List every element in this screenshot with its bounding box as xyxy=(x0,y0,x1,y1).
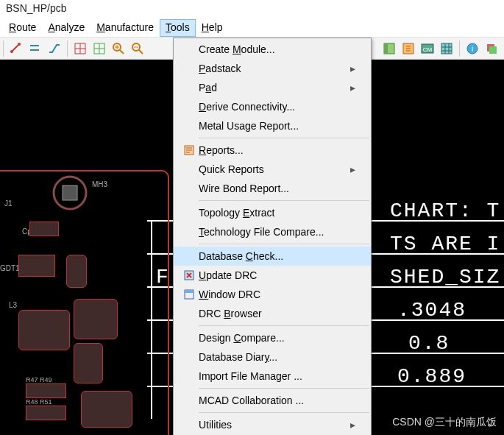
svg-text:CM: CM xyxy=(423,46,433,53)
menu-manufacture[interactable]: Manufacture xyxy=(90,19,160,37)
canvas-text-row2: TS ARE I xyxy=(390,233,500,255)
svg-rect-7 xyxy=(384,43,388,54)
menu-database-check[interactable]: Database Check... xyxy=(174,247,371,266)
tool-zoom-out-icon[interactable] xyxy=(129,40,146,57)
tools-dropdown: Create Module... Padstack▸ Pad▸ Derive C… xyxy=(173,38,372,435)
tool-cm-icon[interactable]: CM xyxy=(419,40,436,57)
menu-bar: Route Analyze Manufacture Tools Help xyxy=(0,19,504,38)
tool-diff-pair-icon[interactable] xyxy=(27,40,43,57)
menu-padstack[interactable]: Padstack▸ xyxy=(174,59,371,78)
tool-panel1-icon[interactable] xyxy=(381,40,397,57)
window-drc-icon xyxy=(180,286,199,303)
canvas-text-row1: CHART: T xyxy=(390,199,500,222)
tool-layers-icon[interactable] xyxy=(483,40,500,57)
tool-panel2-icon[interactable] xyxy=(400,40,416,57)
svg-point-0 xyxy=(10,50,13,53)
svg-text:i: i xyxy=(472,45,473,53)
menu-create-module[interactable]: Create Module... xyxy=(174,40,371,59)
canvas-text-row5: 0.8 xyxy=(408,332,450,355)
canvas-text-row6: 0.889 xyxy=(397,365,466,388)
canvas-text-row4: .3048 xyxy=(397,299,466,322)
menu-tools[interactable]: Tools xyxy=(160,19,196,37)
label-gdt1: GDT1 xyxy=(0,264,20,272)
menu-wire-bond-report[interactable]: Wire Bond Report... xyxy=(174,179,371,198)
menu-quick-reports[interactable]: Quick Reports▸ xyxy=(174,160,371,179)
menu-import-file-manager[interactable]: Import File Manager ... xyxy=(174,367,371,386)
svg-point-1 xyxy=(18,43,21,46)
menu-derive-connectivity[interactable]: Derive Connectivity... xyxy=(174,97,371,116)
menu-reports[interactable]: Reports... xyxy=(174,141,371,160)
menu-mcad-collaboration[interactable]: MCAD Collaboration ... xyxy=(174,391,371,410)
menu-tech-file-compare[interactable]: Technology File Compare... xyxy=(174,222,371,241)
menu-help[interactable]: Help xyxy=(196,19,229,37)
menu-database-diary[interactable]: Database Diary... xyxy=(174,347,371,367)
tool-table-icon[interactable] xyxy=(439,40,455,57)
label-r47: R47 R49 xyxy=(26,376,52,383)
label-mh3: MH3 xyxy=(92,180,107,188)
pcb-artwork: MH3 J1 Cp GDT1 L3 R47 R49 R48 R51 xyxy=(0,170,191,435)
tool-info-icon[interactable]: i xyxy=(464,40,480,57)
label-r48: R48 R51 xyxy=(26,398,52,406)
update-drc-icon xyxy=(180,267,199,283)
menu-route[interactable]: Route xyxy=(3,19,42,37)
window-title: BSN_HP/pcb xyxy=(0,0,504,19)
svg-rect-15 xyxy=(489,46,497,54)
menu-topology-extract[interactable]: Topology Extract xyxy=(174,203,371,222)
menu-metal-usage[interactable]: Metal Usage Report... xyxy=(174,116,371,135)
reports-icon xyxy=(180,142,199,158)
menu-drc-browser[interactable]: DRC Browser xyxy=(174,304,371,323)
tool-route-icon[interactable] xyxy=(46,40,63,57)
menu-update-drc[interactable]: Update DRC xyxy=(174,266,371,285)
tool-grid2-icon[interactable] xyxy=(91,40,107,57)
canvas-text-row3: SHED_SIZ xyxy=(390,266,500,289)
svg-rect-17 xyxy=(63,185,77,200)
tool-grid1-icon[interactable] xyxy=(72,40,88,57)
tool-line-icon[interactable] xyxy=(8,40,24,57)
watermark: CSDN @三十的南瓜饭 xyxy=(392,416,497,429)
label-j1: J1 xyxy=(4,199,13,208)
label-l3: L3 xyxy=(9,301,17,309)
svg-rect-11 xyxy=(441,43,452,54)
menu-analyze[interactable]: Analyze xyxy=(42,19,90,37)
tool-zoom-in-icon[interactable] xyxy=(110,40,127,57)
menu-utilities[interactable]: Utilities▸ xyxy=(174,415,371,434)
menu-window-drc[interactable]: Window DRC xyxy=(174,285,371,304)
menu-design-compare[interactable]: Design Compare... xyxy=(174,328,371,347)
menu-pad[interactable]: Pad▸ xyxy=(174,78,371,97)
svg-rect-21 xyxy=(185,290,194,293)
